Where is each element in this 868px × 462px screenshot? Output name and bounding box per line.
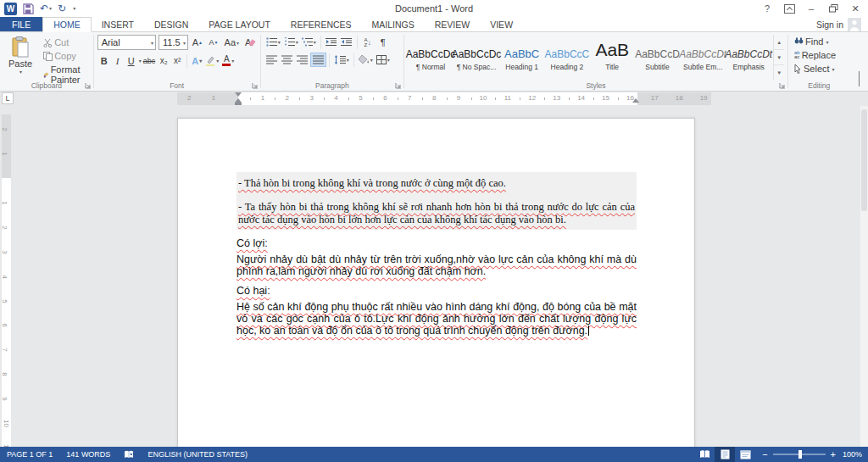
sign-in-button[interactable]: Sign in <box>816 17 868 31</box>
restore-button[interactable] <box>824 2 843 15</box>
read-mode-button[interactable] <box>694 447 715 462</box>
tab-mailings[interactable]: MAILINGS <box>362 17 425 31</box>
bold-button[interactable]: B <box>97 53 111 68</box>
subscript-button[interactable]: x₂ <box>157 53 170 68</box>
horizontal-ruler[interactable]: 2112345678910111213141516171819 <box>177 92 711 105</box>
style-label: Subtitle <box>645 63 669 71</box>
cut-button[interactable]: Cut <box>41 36 90 48</box>
zoom-slider-thumb[interactable] <box>798 450 802 459</box>
style-subtle-emphasis[interactable]: AaBbCcDt Subtle Em... <box>680 35 726 80</box>
ruler-mark: 19 <box>700 94 708 102</box>
grow-font-button[interactable]: A▲ <box>191 36 204 50</box>
vertical-ruler[interactable]: 211234567891011 <box>2 114 11 447</box>
superscript-button[interactable]: x² <box>170 53 184 68</box>
tab-page-layout[interactable]: PAGE LAYOUT <box>198 17 281 31</box>
shaded-paragraph-block[interactable]: - Thả hòn bi trong không khí và trong nư… <box>236 172 637 230</box>
tab-stop-selector[interactable]: L <box>2 92 14 104</box>
change-case-button[interactable]: Aa▾ <box>223 36 241 50</box>
web-layout-button[interactable] <box>735 447 755 462</box>
paste-dropdown-arrow[interactable]: ▾ <box>19 69 22 75</box>
font-size-combobox[interactable]: 11.5 ▾ <box>159 35 188 50</box>
page-indicator[interactable]: PAGE 1 OF 1 <box>0 450 59 459</box>
ribbon-display-options-button[interactable] <box>780 2 798 15</box>
bullets-button[interactable]: ▾ <box>264 35 282 49</box>
shading-button[interactable]: ▾ <box>357 53 375 67</box>
strikethrough-button[interactable]: abc <box>142 53 158 68</box>
style-subtitle[interactable]: AaBbCcD Subtitle <box>635 35 680 80</box>
first-line-indent-marker[interactable] <box>235 92 242 97</box>
style-emphasis[interactable]: AaBbCcDt Emphasis <box>726 35 771 80</box>
proofing-status[interactable] <box>117 450 141 459</box>
numbering-button[interactable]: ▾ <box>282 35 300 49</box>
paste-button[interactable]: Paste ▾ <box>3 35 37 80</box>
harm-paragraph[interactable]: Hệ số cản khí động phụ thuộc rất nhiều v… <box>236 301 637 337</box>
copy-button[interactable]: Copy <box>41 50 90 62</box>
multilevel-list-button[interactable]: ▾ <box>300 35 318 49</box>
tab-review[interactable]: REVIEW <box>425 17 480 31</box>
highlight-button[interactable]: ▾ <box>203 53 220 68</box>
harm-heading[interactable]: Có hại: <box>236 285 637 297</box>
minimize-button[interactable]: – <box>802 2 821 15</box>
shrink-font-button[interactable]: A▼ <box>207 36 220 50</box>
style-normal[interactable]: AaBbCcDc ¶ Normal <box>408 35 453 80</box>
paragraph[interactable]: - Thả hòn bi trong không khí và trong nư… <box>238 177 635 190</box>
italic-button[interactable]: I <box>111 53 125 68</box>
left-indent-marker[interactable] <box>235 103 242 105</box>
document-page[interactable]: - Thả hòn bi trong không khí và trong nư… <box>177 118 695 447</box>
collapse-ribbon-button[interactable] <box>859 72 860 87</box>
align-left-button[interactable] <box>264 53 280 67</box>
styles-gallery-down-button[interactable]: ▼ <box>774 50 784 65</box>
word-count[interactable]: 141 WORDS <box>59 450 117 459</box>
tab-references[interactable]: REFERENCES <box>281 17 362 31</box>
tab-file[interactable]: FILE <box>0 17 42 31</box>
zoom-level[interactable]: 100% <box>843 450 868 459</box>
language-indicator[interactable]: ENGLISH (UNITED STATES) <box>141 450 254 459</box>
style-heading-1[interactable]: AaBbC Heading 1 <box>499 35 544 80</box>
select-button[interactable]: Select▾ <box>792 63 847 75</box>
zoom-in-button[interactable]: + <box>831 450 836 459</box>
styles-dialog-launcher[interactable] <box>779 82 786 89</box>
tab-design[interactable]: DESIGN <box>144 17 198 31</box>
justify-button[interactable] <box>310 53 326 67</box>
styles-gallery-more-button[interactable]: ▼ <box>774 65 784 80</box>
zoom-out-button[interactable]: − <box>762 450 767 459</box>
increase-indent-button[interactable] <box>339 35 354 49</box>
scrollbar-thumb[interactable] <box>861 109 867 211</box>
clear-formatting-button[interactable]: A <box>243 36 257 50</box>
font-dialog-launcher[interactable] <box>252 82 259 89</box>
align-right-button[interactable] <box>295 53 310 67</box>
replace-button[interactable]: abac Replace <box>792 49 847 61</box>
close-button[interactable]: ✕ <box>846 2 865 15</box>
show-hide-marks-button[interactable]: ¶ <box>376 35 391 49</box>
zoom-slider[interactable] <box>773 454 826 455</box>
paragraph-dialog-launcher[interactable] <box>395 82 402 89</box>
text-effects-button[interactable]: A▾ <box>190 53 203 68</box>
style-no-spacing[interactable]: AaBbCcDc ¶ No Spac... <box>453 35 499 80</box>
tab-home[interactable]: HOME <box>42 17 92 32</box>
font-size-dropdown-arrow[interactable]: ▾ <box>183 40 186 46</box>
line-spacing-button[interactable]: ▾ <box>332 53 351 67</box>
borders-button[interactable]: ▾ <box>375 53 392 67</box>
print-layout-button[interactable] <box>715 447 735 462</box>
align-center-button[interactable] <box>280 53 295 67</box>
group-styles: AaBbCcDc ¶ Normal AaBbCcDc ¶ No Spac... … <box>404 32 787 91</box>
find-button[interactable]: Find▾ <box>792 36 847 47</box>
tab-insert[interactable]: INSERT <box>92 17 144 31</box>
font-family-dropdown-arrow[interactable]: ▾ <box>151 40 153 46</box>
decrease-indent-button[interactable] <box>324 35 339 49</box>
tab-view[interactable]: VIEW <box>480 17 523 31</box>
font-color-button[interactable]: A ▾ <box>220 53 236 68</box>
clipboard-dialog-launcher[interactable] <box>85 82 92 89</box>
styles-gallery-scrollbar: ▲ ▼ ▼ <box>773 35 784 80</box>
sort-button[interactable]: AZ↓ <box>360 35 376 49</box>
font-family-combobox[interactable]: Arial ▾ <box>97 35 156 50</box>
vertical-scrollbar[interactable] <box>860 106 868 447</box>
style-heading-2[interactable]: AaBbCcC Heading 2 <box>544 35 589 80</box>
help-button[interactable]: ? <box>758 2 776 15</box>
benefit-heading[interactable]: Có lợi: <box>236 237 637 249</box>
underline-button[interactable]: U <box>125 53 138 68</box>
style-title[interactable]: AaB Title <box>590 35 635 80</box>
paragraph[interactable]: - Ta thấy hòn bi thả trong không khí sẽ … <box>238 201 635 226</box>
styles-gallery-up-button[interactable]: ▲ <box>774 35 784 50</box>
benefit-paragraph[interactable]: Người nhảy dù bật dù nhảy từ trên trời x… <box>236 253 637 277</box>
